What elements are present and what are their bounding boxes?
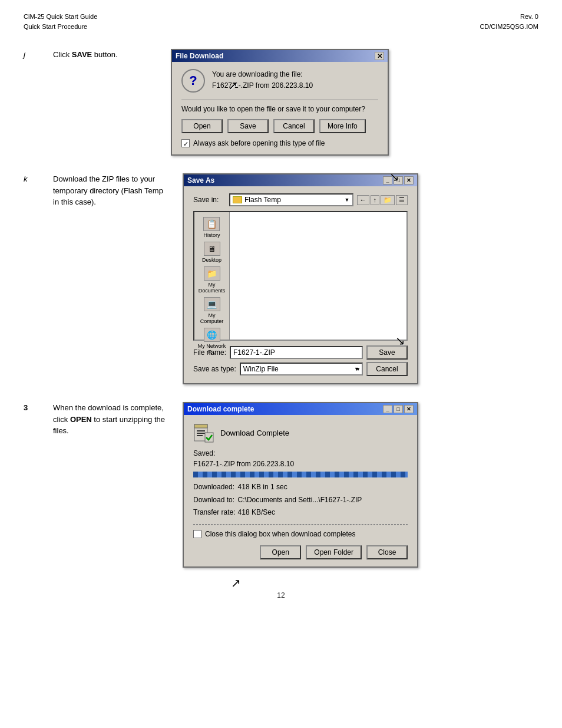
nav-buttons: ← ↑ 📁 ☰ [357, 195, 408, 205]
dl-checkbox-row: Close this dialog box when download comp… [193, 530, 408, 538]
step-j-text-after: button. [92, 50, 117, 59]
header-title-line1: CiM-25 Quick Start Guide [24, 12, 97, 22]
saveas-file-area: 📋 History 🖥 Desktop 📁 My Documents [193, 211, 408, 341]
restore-icon[interactable]: □ [394, 405, 403, 413]
cancel-button[interactable]: Cancel [273, 119, 315, 133]
sidebar-desktop[interactable]: 🖥 Desktop [202, 242, 222, 263]
fd-line1: You are downloading the file: [212, 69, 313, 80]
saveas-sidebar: 📋 History 🖥 Desktop 📁 My Documents [194, 212, 230, 340]
filetype-arrow: ▼ [354, 366, 359, 372]
close-icon[interactable]: ✕ [404, 176, 414, 185]
saved-label: Saved: [193, 449, 215, 457]
question-icon: ? [181, 69, 205, 93]
save-as-body: Save in: Flash Temp ▼ ← ↑ 📁 ☰ [184, 186, 417, 383]
close-icon[interactable]: ✕ [404, 405, 414, 413]
cancel-file-button[interactable]: Cancel [366, 362, 408, 376]
mydocs-label: My Documents [197, 282, 227, 294]
dl-complete-titlebar: Download complete _ □ ✕ [184, 403, 417, 415]
svg-rect-1 [194, 424, 207, 428]
filetype-label: Save as type: [193, 365, 236, 373]
save-in-value: Flash Temp [244, 196, 281, 204]
step-k-label: k [24, 173, 41, 183]
sidebar-mycomputer[interactable]: 💻 My Computer [197, 297, 227, 324]
dl-header-text: Download Complete [220, 429, 289, 437]
back-button[interactable]: ← [357, 195, 369, 205]
transfer-rate-label: Transfer rate: [193, 506, 238, 519]
minimize-icon[interactable]: _ [383, 176, 392, 185]
header-title-line2: Quick Start Procedure [24, 22, 97, 32]
sidebar-mydocs[interactable]: 📁 My Documents [197, 266, 227, 294]
step-3-number: 3 [24, 402, 41, 412]
header-rev: Rev. 0 [480, 12, 538, 22]
fd-buttons: Open Save Cancel More Info [181, 119, 378, 133]
new-folder-button[interactable]: 📁 [381, 195, 395, 205]
dl-complete-title: Download complete [187, 405, 254, 413]
sidebar-history[interactable]: 📋 History [203, 217, 220, 238]
progress-bar [193, 472, 408, 477]
fd-top: ? You are downloading the file: F1627-1-… [181, 69, 378, 93]
filename-input[interactable] [230, 346, 363, 359]
folder-icon [233, 196, 242, 203]
downloaded-label: Downloaded: [193, 481, 238, 494]
history-icon: 📋 [203, 217, 220, 231]
always-ask-label: Always ask before opening this type of f… [193, 139, 325, 147]
open-folder-button[interactable]: Open Folder [306, 545, 362, 559]
file-download-title: File Download [176, 52, 223, 60]
step-3-row: 3 When the download is complete, click O… [24, 402, 538, 568]
filetype-row: Save as type: WinZip File ▼ Cancel [193, 362, 408, 376]
close-dialog-label: Close this dialog box when download comp… [205, 530, 356, 538]
desktop-icon: 🖥 [204, 242, 220, 256]
minimize-icon[interactable]: _ [383, 405, 392, 413]
fd-question: Would you like to open the file or save … [181, 105, 378, 113]
up-button[interactable]: ↑ [371, 195, 380, 205]
open-button[interactable]: Open [181, 119, 223, 133]
always-ask-checkbox[interactable] [181, 139, 190, 147]
close-dialog-checkbox[interactable] [193, 530, 201, 538]
dl-complete-controls: _ □ ✕ [383, 405, 414, 413]
svg-rect-4 [197, 435, 203, 436]
save-as-title: Save As [187, 176, 214, 185]
download-complete-icon [193, 422, 214, 443]
step-j-text: Click SAVE button. [53, 49, 159, 61]
dropdown-arrow: ▼ [345, 197, 350, 203]
dl-saved-label: Saved: [193, 449, 408, 457]
fd-checkbox-row: Always ask before opening this type of f… [181, 139, 378, 147]
header-doc-id: CD/CIM25QSG.IOM [480, 22, 538, 32]
svg-rect-3 [197, 433, 205, 434]
close-icon[interactable]: ✕ [375, 52, 384, 60]
page-footer: 12 [24, 591, 538, 599]
saveas-toolbar: Save in: Flash Temp ▼ ← ↑ 📁 ☰ [193, 193, 408, 206]
save-button[interactable]: Save [227, 119, 269, 133]
dl-info: Downloaded: 418 KB in 1 sec Download to:… [193, 481, 408, 519]
save-in-field[interactable]: Flash Temp ▼ [229, 193, 353, 206]
more-info-button[interactable]: More Info [319, 119, 366, 133]
step-j-text-before: Click [53, 50, 72, 59]
step-k-text: Download the ZIP files to your temporary… [53, 173, 171, 208]
downloaded-value: 418 KB in 1 sec [238, 481, 365, 494]
dl-separator [193, 524, 408, 525]
mycomputer-icon: 💻 [204, 297, 220, 311]
step-3-text: When the download is complete, click OPE… [53, 402, 171, 437]
filename-row: File name: Save [193, 345, 408, 360]
dl-open-button[interactable]: Open [260, 545, 301, 559]
view-button[interactable]: ☰ [396, 195, 408, 205]
download-to-label: Download to: [193, 494, 238, 507]
content-area: j Click SAVE button. File Download ✕ ? Y… [24, 49, 538, 568]
fd-separator [181, 100, 378, 100]
file-download-titlebar: File Download ✕ [172, 50, 388, 62]
save-file-button[interactable]: Save [366, 345, 408, 360]
filetype-dropdown[interactable]: WinZip File ▼ [240, 363, 363, 375]
save-as-titlebar: Save As _ □ ✕ [184, 174, 417, 186]
save-as-dialog: Save As _ □ ✕ Save in: Flash Temp ▼ [183, 173, 418, 384]
history-label: History [203, 232, 220, 238]
dl-icon-row: Download Complete [193, 422, 408, 443]
dl-buttons: Open Open Folder Close [193, 545, 408, 559]
dl-close-button[interactable]: Close [366, 545, 408, 559]
step-j-text-bold: SAVE [72, 50, 92, 59]
desktop-label: Desktop [202, 257, 222, 263]
saveas-bottom: File name: Save Save as type: WinZip Fil… [193, 345, 408, 376]
save-as-controls: _ □ ✕ [383, 176, 414, 185]
maximize-icon[interactable]: □ [394, 176, 403, 185]
mynetwork-icon: 🌐 [204, 328, 220, 342]
save-in-label: Save in: [193, 196, 226, 204]
